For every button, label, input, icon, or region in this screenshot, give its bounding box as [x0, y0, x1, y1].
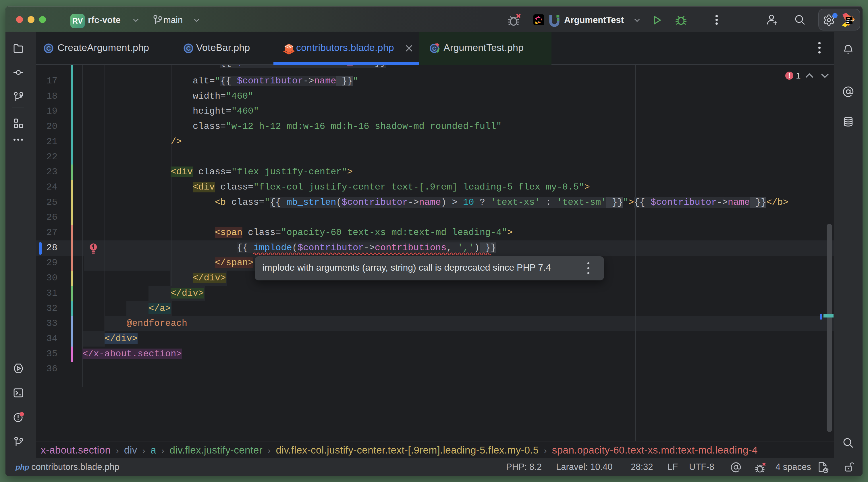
svg-text:C: C: [46, 45, 51, 52]
svg-text:JET: JET: [846, 18, 850, 20]
svg-text:BRAINS: BRAINS: [846, 20, 854, 22]
svg-text:C: C: [186, 45, 191, 52]
svg-text:C: C: [432, 45, 436, 52]
